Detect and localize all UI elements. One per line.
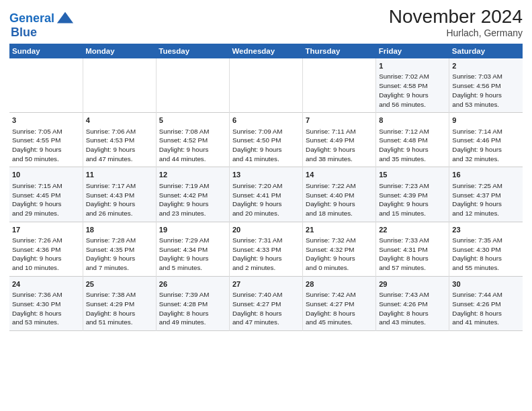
day-info: and 53 minutes.	[452, 100, 520, 109]
day-info: Sunrise: 7:39 AM	[159, 290, 226, 300]
day-info: Sunset: 4:42 PM	[159, 191, 226, 200]
calendar-week-row: 10Sunrise: 7:15 AMSunset: 4:45 PMDayligh…	[9, 167, 523, 222]
month-title: November 2024	[389, 7, 523, 28]
day-info: Sunset: 4:49 PM	[306, 136, 373, 145]
day-info: Sunset: 4:33 PM	[232, 245, 300, 255]
day-info: Sunrise: 7:05 AM	[12, 127, 80, 136]
day-number: 26	[159, 279, 226, 289]
day-info: and 45 minutes.	[306, 318, 373, 327]
day-info: and 15 minutes.	[379, 209, 446, 218]
day-number: 13	[232, 170, 300, 180]
day-info: and 38 minutes.	[306, 154, 373, 164]
header-wednesday: Wednesday	[229, 44, 302, 58]
day-info: and 35 minutes.	[379, 154, 446, 164]
day-info: Daylight: 9 hours	[12, 254, 80, 263]
day-number: 11	[86, 170, 153, 180]
calendar-cell: 5Sunrise: 7:08 AMSunset: 4:52 PMDaylight…	[156, 113, 229, 167]
calendar-week-row: 3Sunrise: 7:05 AMSunset: 4:55 PMDaylight…	[9, 113, 523, 167]
day-info: Daylight: 9 hours	[159, 254, 226, 263]
calendar-cell: 30Sunrise: 7:44 AMSunset: 4:26 PMDayligh…	[449, 276, 523, 330]
day-info: and 56 minutes.	[379, 100, 446, 109]
calendar-cell: 29Sunrise: 7:43 AMSunset: 4:26 PMDayligh…	[376, 276, 449, 330]
day-info: Sunset: 4:29 PM	[86, 300, 153, 309]
calendar-cell: 16Sunrise: 7:25 AMSunset: 4:37 PMDayligh…	[449, 167, 523, 222]
day-number: 20	[232, 225, 300, 235]
day-info: Daylight: 9 hours	[159, 145, 226, 154]
day-number: 14	[306, 170, 373, 180]
header-thursday: Thursday	[303, 44, 376, 58]
calendar-cell: 8Sunrise: 7:12 AMSunset: 4:48 PMDaylight…	[376, 113, 449, 167]
day-info: Daylight: 8 hours	[232, 309, 300, 318]
day-info: Sunset: 4:35 PM	[86, 245, 153, 255]
day-info: Sunrise: 7:19 AM	[159, 181, 226, 191]
calendar-table: Sunday Monday Tuesday Wednesday Thursday…	[9, 44, 523, 331]
day-info: Daylight: 8 hours	[452, 309, 520, 318]
calendar-cell: 7Sunrise: 7:11 AMSunset: 4:49 PMDaylight…	[303, 113, 376, 167]
calendar-cell: 11Sunrise: 7:17 AMSunset: 4:43 PMDayligh…	[83, 167, 156, 222]
day-info: and 49 minutes.	[159, 318, 226, 327]
day-info: Sunset: 4:39 PM	[379, 191, 446, 200]
day-info: Daylight: 9 hours	[379, 91, 446, 100]
day-info: Sunset: 4:37 PM	[452, 191, 520, 200]
day-info: Sunset: 4:26 PM	[452, 300, 520, 309]
day-info: Sunrise: 7:09 AM	[232, 127, 300, 136]
calendar-cell: 9Sunrise: 7:14 AMSunset: 4:46 PMDaylight…	[449, 113, 523, 167]
day-info: Daylight: 9 hours	[379, 145, 446, 154]
day-info: and 41 minutes.	[452, 318, 520, 327]
day-info: Sunrise: 7:22 AM	[306, 181, 373, 191]
day-number: 3	[12, 116, 80, 126]
day-info: Sunset: 4:55 PM	[12, 136, 80, 145]
day-number: 30	[452, 279, 520, 289]
day-info: Sunset: 4:48 PM	[379, 136, 446, 145]
calendar-cell: 3Sunrise: 7:05 AMSunset: 4:55 PMDaylight…	[9, 113, 83, 167]
header-saturday: Saturday	[449, 44, 523, 58]
calendar-cell	[303, 58, 376, 113]
day-info: Sunrise: 7:26 AM	[12, 236, 80, 245]
day-info: Sunrise: 7:06 AM	[86, 127, 153, 136]
day-info: and 20 minutes.	[232, 209, 300, 218]
day-number: 12	[159, 170, 226, 180]
day-number: 10	[12, 170, 80, 180]
day-info: Sunrise: 7:31 AM	[232, 236, 300, 245]
header-friday: Friday	[376, 44, 449, 58]
day-number: 6	[232, 116, 300, 126]
day-info: Sunset: 4:53 PM	[86, 136, 153, 145]
calendar-cell: 17Sunrise: 7:26 AMSunset: 4:36 PMDayligh…	[9, 222, 83, 276]
day-info: Daylight: 8 hours	[86, 309, 153, 318]
day-info: Sunrise: 7:23 AM	[379, 181, 446, 191]
day-info: Sunset: 4:36 PM	[12, 245, 80, 255]
day-info: Daylight: 9 hours	[232, 145, 300, 154]
day-info: and 44 minutes.	[159, 154, 226, 164]
calendar-cell: 13Sunrise: 7:20 AMSunset: 4:41 PMDayligh…	[229, 167, 302, 222]
calendar-cell: 26Sunrise: 7:39 AMSunset: 4:28 PMDayligh…	[156, 276, 229, 330]
day-number: 27	[232, 279, 300, 289]
calendar-week-row: 17Sunrise: 7:26 AMSunset: 4:36 PMDayligh…	[9, 222, 523, 276]
day-info: Daylight: 8 hours	[379, 254, 446, 263]
day-number: 24	[12, 279, 80, 289]
day-number: 19	[159, 225, 226, 235]
day-info: and 47 minutes.	[232, 318, 300, 327]
day-info: Sunset: 4:50 PM	[232, 136, 300, 145]
day-info: Daylight: 9 hours	[12, 199, 80, 209]
svg-marker-0	[57, 12, 73, 24]
day-info: Sunset: 4:45 PM	[12, 191, 80, 200]
day-info: Sunrise: 7:42 AM	[306, 290, 373, 300]
day-info: Sunset: 4:58 PM	[379, 81, 446, 91]
day-info: Sunrise: 7:25 AM	[452, 181, 520, 191]
day-number: 28	[306, 279, 373, 289]
logo: General Blue	[9, 9, 75, 40]
day-number: 1	[379, 61, 446, 71]
day-number: 2	[452, 61, 520, 71]
day-info: Sunrise: 7:28 AM	[86, 236, 153, 245]
day-number: 25	[86, 279, 153, 289]
calendar-cell	[229, 58, 302, 113]
day-info: Daylight: 8 hours	[159, 309, 226, 318]
day-info: Sunset: 4:27 PM	[232, 300, 300, 309]
calendar-cell: 6Sunrise: 7:09 AMSunset: 4:50 PMDaylight…	[229, 113, 302, 167]
day-info: Daylight: 8 hours	[306, 309, 373, 318]
calendar-cell: 28Sunrise: 7:42 AMSunset: 4:27 PMDayligh…	[303, 276, 376, 330]
logo-icon	[56, 9, 75, 28]
calendar-cell: 21Sunrise: 7:32 AMSunset: 4:32 PMDayligh…	[303, 222, 376, 276]
day-info: and 29 minutes.	[12, 209, 80, 218]
day-info: Sunset: 4:30 PM	[12, 300, 80, 309]
